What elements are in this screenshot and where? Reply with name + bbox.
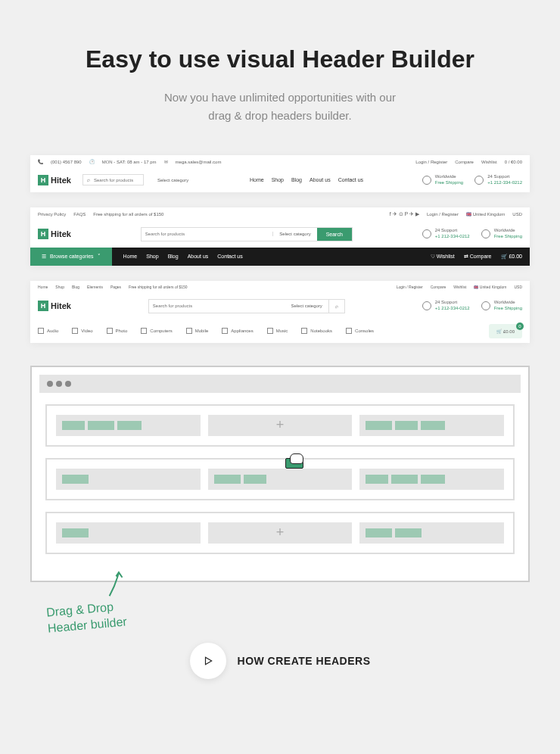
logo[interactable]: H Hitek	[38, 229, 71, 239]
builder-cell[interactable]	[359, 415, 504, 436]
compare-link[interactable]: ⇄ Compare	[464, 254, 492, 260]
search-input[interactable]	[142, 228, 272, 240]
builder-cell[interactable]	[56, 469, 201, 490]
nav-elements[interactable]: Elements	[87, 285, 103, 289]
builder-cell-active[interactable]	[208, 469, 353, 490]
logo-icon: H	[38, 301, 48, 311]
nav-contact[interactable]: Contact us	[217, 254, 242, 259]
nav-about[interactable]: About us	[188, 254, 209, 259]
builder-block[interactable]	[62, 475, 89, 484]
nav-blog[interactable]: Blog	[72, 285, 79, 289]
compare-link[interactable]: Compare	[431, 285, 446, 289]
logo[interactable]: H Hitek	[38, 175, 71, 185]
search-button[interactable]: Search	[317, 228, 352, 241]
cart-button[interactable]: 🛒 £0.00 0	[489, 324, 522, 338]
drag-cursor-icon	[285, 458, 306, 475]
console-icon	[346, 328, 352, 334]
builder-block[interactable]	[88, 421, 114, 430]
cat-audio[interactable]: Audio	[38, 328, 58, 334]
builder-cell[interactable]	[56, 522, 201, 544]
search-box[interactable]: Select category Search	[141, 227, 353, 241]
category-select[interactable]: Select category	[155, 176, 191, 185]
country-select[interactable]: 🇬🇧 United Kingdom	[474, 285, 506, 289]
cat-mobile[interactable]: Mobile	[186, 328, 209, 334]
builder-block[interactable]	[421, 421, 445, 430]
email-icon: ✉	[164, 159, 168, 164]
appliance-icon	[222, 328, 228, 334]
nav-home[interactable]: Home	[38, 285, 48, 289]
cat-photo[interactable]: Photo	[107, 328, 128, 334]
social-icons[interactable]: f ✈ ⊙ P ✈ ▶	[390, 211, 419, 217]
nav-shop[interactable]: Shop	[55, 285, 64, 289]
nav-blog[interactable]: Blog	[168, 254, 179, 259]
builder-block[interactable]	[214, 475, 241, 484]
builder-cell[interactable]	[359, 522, 504, 544]
builder-cell-empty[interactable]: +	[208, 415, 353, 436]
builder-block[interactable]	[391, 475, 418, 484]
cat-music[interactable]: Music	[267, 328, 288, 334]
cart-link[interactable]: 🛒 £0.00	[501, 254, 522, 260]
nav-home[interactable]: Home	[250, 177, 264, 182]
currency-select[interactable]: USD	[514, 285, 522, 289]
cat-appliances[interactable]: Appliances	[222, 328, 253, 334]
builder-block[interactable]	[62, 421, 85, 430]
cat-computers[interactable]: Computers	[141, 328, 172, 334]
nav-blog[interactable]: Blog	[291, 177, 302, 182]
compare-link[interactable]: Compare	[455, 160, 474, 164]
builder-cell-empty[interactable]: +	[208, 522, 353, 544]
search-box[interactable]: Select category ⌕	[148, 299, 345, 313]
nav-pages[interactable]: Pages	[110, 285, 121, 289]
cat-consoles[interactable]: Consoles	[346, 328, 374, 334]
cart-link[interactable]: 0 / €0.00	[505, 160, 522, 164]
wishlist-link[interactable]: ♡ Wishlist	[431, 254, 455, 260]
plus-icon: +	[276, 525, 285, 541]
cart-badge: 0	[516, 322, 524, 330]
privacy-link[interactable]: Privacy Policy	[38, 212, 66, 217]
cat-video[interactable]: Video	[72, 328, 92, 334]
cart-icon: 🛒	[496, 329, 502, 334]
builder-cell[interactable]	[359, 469, 504, 490]
currency-select[interactable]: USD	[512, 212, 522, 217]
search-input[interactable]	[149, 300, 285, 312]
search-button[interactable]: ⌕	[328, 300, 344, 313]
cta[interactable]: HOW CREATE HEADERS	[30, 643, 530, 679]
builder-block[interactable]	[62, 528, 89, 537]
nav-shop[interactable]: Shop	[146, 254, 158, 259]
builder-block[interactable]	[366, 421, 392, 430]
country-select[interactable]: 🇬🇧 United Kingdom	[466, 211, 505, 217]
login-link[interactable]: Login / Register	[397, 285, 423, 289]
builder-block[interactable]	[421, 475, 445, 484]
category-select[interactable]: Select category	[272, 232, 316, 236]
search-box[interactable]: ⌕	[82, 174, 144, 185]
wishlist-link[interactable]: Wishlist	[481, 160, 497, 164]
browser-chrome	[39, 375, 521, 393]
builder-row-2[interactable]	[45, 458, 515, 500]
nav-about[interactable]: About us	[310, 177, 331, 182]
builder-block[interactable]	[117, 421, 142, 430]
builder-block[interactable]	[366, 475, 388, 484]
builder-block[interactable]	[366, 528, 392, 537]
builder-row-1[interactable]: +	[45, 404, 515, 447]
login-link[interactable]: Login / Register	[415, 160, 447, 164]
logo[interactable]: H Hitek	[38, 301, 71, 311]
nav-shop[interactable]: Shop	[272, 177, 284, 182]
login-link[interactable]: Login / Register	[427, 212, 459, 217]
nav-home[interactable]: Home	[123, 254, 138, 259]
search-input[interactable]	[94, 178, 139, 182]
play-icon	[203, 656, 213, 666]
browse-categories[interactable]: ☰ Browse categories ˅	[30, 248, 112, 266]
builder-row-3[interactable]: +	[45, 512, 515, 554]
category-select[interactable]: Select category	[285, 304, 328, 308]
page-subtitle: Now you have unlimited opportunities wit…	[30, 89, 530, 125]
wishlist-link[interactable]: Wishlist	[453, 285, 466, 289]
builder-block[interactable]	[395, 528, 422, 537]
plus-icon: +	[276, 417, 285, 433]
header-example-1: 📞 (001) 4567 890 🕐 MON - SAT: 08 am - 17…	[30, 155, 530, 192]
builder-block[interactable]	[395, 421, 418, 430]
builder-cell[interactable]	[56, 415, 201, 436]
builder-block[interactable]	[244, 475, 266, 484]
cat-notebooks[interactable]: Notebooks	[301, 328, 332, 334]
faqs-link[interactable]: FAQS	[73, 212, 86, 217]
play-button[interactable]	[190, 643, 226, 679]
nav-contact[interactable]: Contact us	[338, 177, 363, 182]
